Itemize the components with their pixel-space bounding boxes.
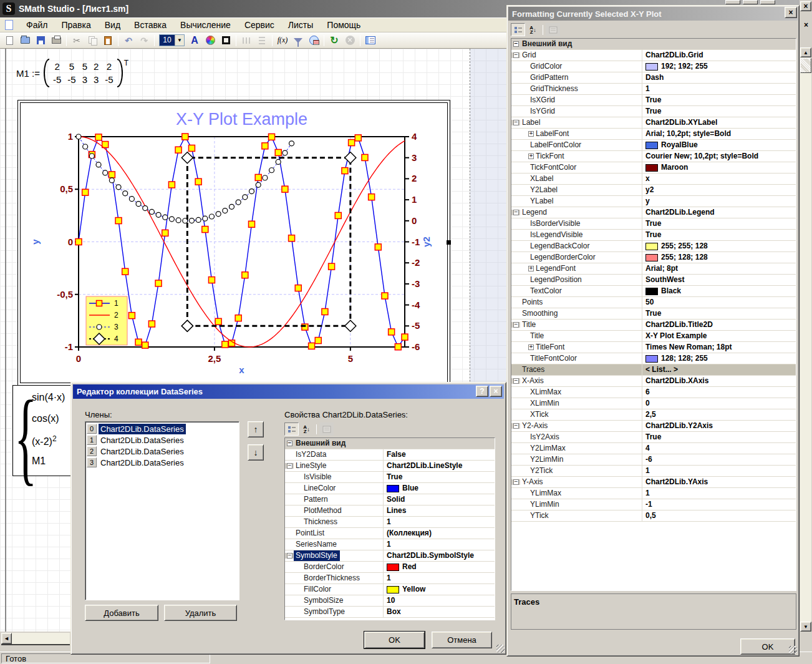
property-value[interactable]: Blue [384, 483, 495, 494]
property-name[interactable]: TitleFontColor [511, 353, 642, 364]
font-color-icon[interactable]: A [188, 34, 201, 47]
minimize-button[interactable] [725, 0, 740, 4]
property-value[interactable]: < List... > [642, 364, 796, 375]
collapse-icon[interactable]: − [513, 210, 519, 215]
property-row[interactable]: BorderColorRed [285, 562, 495, 573]
property-row[interactable]: −Внешний вид [511, 39, 796, 50]
property-value[interactable]: 2,5 [642, 409, 796, 420]
property-value[interactable]: Chart2DLib.XYLabel [642, 117, 796, 128]
property-row[interactable]: −Y2-AxisChart2DLib.Y2Axis [511, 421, 796, 432]
property-value[interactable]: 1 [642, 466, 796, 476]
ok-button[interactable]: OK [740, 638, 795, 655]
list-item[interactable]: 2Chart2DLib.DataSeries [87, 446, 238, 457]
property-name[interactable]: SeriesName [285, 539, 384, 550]
property-value[interactable]: Chart2DLib.XAxis [642, 376, 796, 386]
property-value[interactable]: False [384, 449, 495, 460]
align-vertical-icon[interactable] [255, 34, 269, 47]
resize-grip[interactable] [496, 645, 505, 653]
scroll-up-icon[interactable]: ▲ [800, 47, 811, 57]
expression-item[interactable]: cos(x) [32, 413, 59, 424]
border-icon[interactable] [219, 34, 233, 47]
property-value[interactable]: 1 [384, 539, 495, 550]
property-name[interactable]: +LegendFont [511, 263, 642, 274]
property-row[interactable]: LineColorBlue [285, 483, 495, 494]
property-value[interactable]: 255; 255; 128 [642, 241, 796, 251]
alphabetical-sort-icon[interactable]: AZ↓ [299, 422, 314, 436]
xy-plot-region[interactable]: X-Y Plot Examplexyy202,5510,50-0,5-14321… [17, 100, 450, 386]
move-up-button[interactable]: ↑ [248, 421, 264, 437]
property-value[interactable]: Yellow [384, 584, 495, 595]
paste-icon[interactable] [101, 34, 115, 47]
property-name[interactable]: Title [511, 331, 642, 341]
filter-icon[interactable] [291, 34, 305, 47]
scroll-down-icon[interactable]: ▼ [800, 622, 811, 632]
print-icon[interactable] [49, 34, 63, 47]
property-name[interactable]: −Title [511, 320, 642, 330]
align-horizontal-icon[interactable] [239, 34, 253, 47]
property-row[interactable]: Y2LimMin-6 [511, 454, 796, 466]
remove-button[interactable]: Удалить [164, 605, 237, 621]
property-value[interactable]: 1 [384, 573, 495, 583]
property-row[interactable]: FillColorYellow [285, 584, 495, 595]
property-row[interactable]: TextColorBlack [511, 286, 796, 297]
property-value[interactable]: x [642, 173, 796, 184]
property-name[interactable]: Smoothing [511, 308, 642, 319]
property-name[interactable]: LineColor [285, 483, 384, 494]
property-value[interactable]: 128; 128; 255 [642, 353, 796, 364]
ok-button[interactable]: OK [364, 632, 425, 648]
property-value[interactable]: 4 [642, 443, 796, 454]
property-value[interactable]: -1 [642, 499, 796, 510]
property-row[interactable]: IsY2AxisTrue [511, 432, 796, 443]
collapse-icon[interactable]: − [287, 441, 292, 446]
function-icon[interactable]: f(x) [276, 34, 289, 47]
expand-icon[interactable]: + [528, 131, 534, 137]
property-row[interactable]: YLabely [511, 196, 796, 207]
property-row[interactable]: SymbolTypeBox [285, 607, 495, 618]
property-row[interactable]: −X-AxisChart2DLib.XAxis [511, 376, 796, 387]
property-name[interactable]: SymbolSize [285, 595, 384, 606]
palette-icon[interactable] [203, 34, 217, 47]
property-name[interactable]: GridPattern [511, 72, 642, 83]
property-value[interactable]: y2 [642, 185, 796, 195]
property-name[interactable]: BorderColor [285, 562, 384, 572]
property-row[interactable]: GridThickness1 [511, 84, 796, 95]
property-row[interactable]: XLimMin0 [511, 398, 796, 409]
property-row[interactable]: Y2Labely2 [511, 185, 796, 196]
property-row[interactable]: XTick2,5 [511, 409, 796, 421]
add-button[interactable]: Добавить [85, 605, 158, 621]
dialog-property-grid[interactable]: −Внешний видIsY2DataFalse−LineStyleChart… [284, 437, 495, 620]
property-name[interactable]: LegendBorderColor [511, 252, 642, 263]
resize-grip[interactable] [789, 646, 797, 654]
collapse-icon[interactable]: − [513, 41, 519, 47]
menu-item-Листы[interactable]: Листы [281, 18, 320, 32]
property-name[interactable]: −Внешний вид [511, 39, 796, 49]
property-row[interactable]: BorderThickness1 [285, 573, 495, 584]
menu-item-Вычисление[interactable]: Вычисление [173, 18, 238, 32]
menu-item-Помощь[interactable]: Помощь [320, 18, 367, 32]
alphabetical-sort-icon[interactable]: AZ↓ [526, 23, 540, 36]
categorized-view-icon[interactable] [511, 23, 525, 36]
dialog-title-bar[interactable]: Редактор коллекции DataSeries ? × [73, 384, 504, 399]
property-value[interactable]: Solid [384, 494, 495, 505]
panel-title-bar[interactable]: Formatting Currently Selected X-Y Plot [508, 7, 798, 21]
property-value[interactable]: SouthWest [642, 275, 796, 285]
property-row[interactable]: −TitleChart2DLib.Title2D [511, 320, 796, 331]
property-name[interactable]: GridThickness [511, 84, 642, 94]
property-name[interactable]: LegendBackColor [511, 241, 642, 251]
property-value[interactable]: Chart2DLib.YAxis [642, 477, 796, 487]
expression-item[interactable]: M1 [32, 456, 46, 467]
property-name[interactable]: IsYGrid [511, 106, 642, 117]
property-name[interactable]: YLabel [511, 196, 642, 207]
property-value[interactable]: 50 [642, 297, 796, 308]
property-value[interactable]: y [642, 196, 796, 207]
property-name[interactable]: −SymbolStyle [285, 550, 384, 561]
property-name[interactable]: TickFontColor [511, 162, 642, 173]
property-row[interactable]: TitleX-Y Plot Example [511, 331, 796, 342]
property-row[interactable]: XLimMax6 [511, 387, 796, 398]
menu-item-Вид[interactable]: Вид [98, 18, 127, 32]
property-name[interactable]: FillColor [285, 584, 384, 595]
collapse-icon[interactable]: − [513, 120, 519, 125]
property-value[interactable]: True [642, 106, 796, 117]
property-row[interactable]: IsXGridTrue [511, 95, 796, 106]
property-row[interactable]: GridPatternDash [511, 72, 796, 84]
